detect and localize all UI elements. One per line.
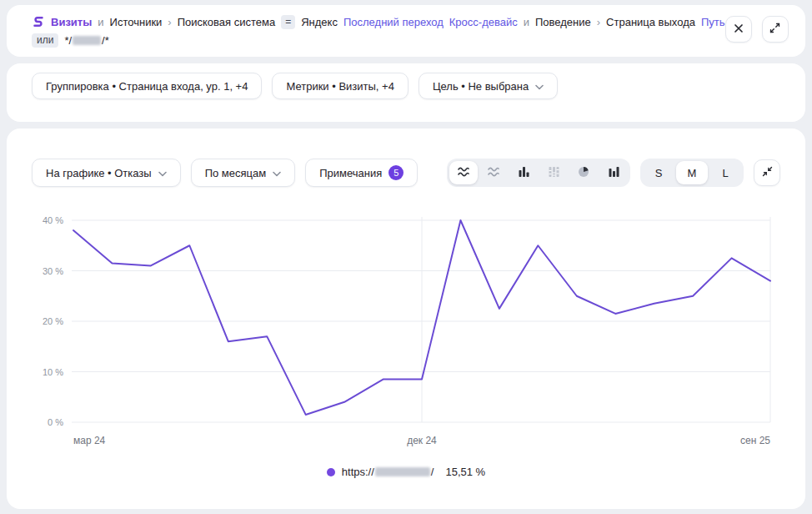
metrica-report-page: Визиты и Источники › Поисковая система =… (0, 0, 812, 514)
svg-text:0 %: 0 % (48, 417, 63, 427)
chart-size-s[interactable]: S (643, 161, 674, 184)
chevron-down-icon (158, 167, 167, 179)
and-conjunction-2: и (524, 16, 529, 28)
chart-type-pie[interactable] (569, 161, 598, 184)
line-chart-icon (457, 165, 470, 181)
legend-url-prefix: https:// (342, 466, 374, 478)
segment-visits-link[interactable]: Визиты (51, 16, 92, 28)
goal-button[interactable]: Цель • Не выбрана (419, 73, 558, 99)
collapse-chart-button[interactable] (754, 159, 780, 186)
expand-icon (769, 22, 781, 37)
chart-controls: На графике • Отказы По месяцам Примечани… (32, 159, 780, 187)
pie-chart-icon (577, 165, 590, 181)
period-label: По месяцам (205, 167, 267, 179)
stacked-bar-chart-icon (547, 165, 560, 181)
grouping-label: Группировка • Страница входа, ур. 1, +4 (46, 80, 248, 93)
and-conjunction-1: и (98, 16, 103, 28)
stacked-lines-chart-icon (487, 165, 500, 181)
filter2-dimension-behavior[interactable]: Поведение (535, 16, 591, 28)
filter-line-2: или *//* (32, 31, 725, 49)
chart-size-l[interactable]: L (709, 161, 741, 184)
report-toolbar: Группировка • Страница входа, ур. 1, +4 … (7, 63, 805, 122)
svg-text:мар 24: мар 24 (73, 435, 106, 446)
svg-text:10 %: 10 % (43, 367, 63, 377)
chart-type-line[interactable] (449, 161, 478, 184)
chevron-down-icon (273, 167, 281, 179)
filter-conditions: Визиты и Источники › Поисковая система =… (32, 13, 725, 57)
chart-type-bars[interactable] (509, 161, 538, 184)
bounce-rate-line-chart[interactable]: 0 %10 %20 %30 %40 %мар 24дек 24сен 25 (7, 209, 805, 459)
filter1-attribution-link[interactable]: Последний переход (343, 16, 444, 28)
notes-label: Примечания (319, 167, 382, 179)
chart-controls-left: На графике • Отказы По месяцам Примечани… (32, 159, 418, 187)
redacted-domain (375, 467, 430, 476)
chevron-down-icon (535, 80, 544, 93)
grouping-button[interactable]: Группировка • Страница входа, ур. 1, +4 (32, 73, 262, 99)
on-chart-metric-label: На графике • Отказы (46, 167, 152, 179)
redacted-path-segment (73, 36, 101, 45)
svg-text:дек 24: дек 24 (407, 435, 437, 446)
breadcrumb-separator-2: › (597, 16, 600, 28)
filter-line-1: Визиты и Источники › Поисковая система =… (32, 13, 725, 31)
filter1-dimension-search-engine[interactable]: Поисковая система (178, 16, 276, 28)
bar-chart-icon (517, 165, 530, 181)
segment-icon (32, 15, 45, 28)
chart-type-switcher (447, 159, 630, 187)
legend-url-suffix: / (431, 466, 434, 478)
chart-size-m[interactable]: M (676, 161, 708, 184)
filter2-dimension-exit-page[interactable]: Страница выхода (606, 16, 695, 28)
path-prefix: */ (64, 34, 72, 47)
period-button[interactable]: По месяцам (191, 159, 296, 187)
chart-type-stacked-lines[interactable] (479, 161, 508, 184)
legend-item[interactable]: https:/// 15,51 % (327, 466, 485, 478)
filter1-dimension-sources[interactable]: Источники (110, 16, 163, 28)
chart-legend: https:/// 15,51 % (7, 466, 805, 478)
chart-controls-right: S M L (447, 159, 780, 187)
svg-text:40 %: 40 % (43, 215, 63, 225)
series-color-dot (327, 468, 335, 476)
segment-filter-bar: Визиты и Источники › Поисковая система =… (7, 5, 805, 57)
chart-card: На графике • Отказы По месяцам Примечани… (7, 128, 805, 509)
breadcrumb-separator: › (168, 16, 171, 28)
close-icon (733, 23, 744, 37)
or-operator-badge[interactable]: или (32, 33, 58, 48)
filter-actions (725, 13, 799, 57)
path-filter-value: *//* (64, 34, 108, 47)
metrics-button[interactable]: Метрики • Визиты, +4 (272, 73, 408, 99)
on-chart-metric-button[interactable]: На графике • Отказы (32, 159, 181, 187)
path-suffix: /* (102, 34, 109, 47)
goal-label: Цель • Не выбрана (433, 80, 529, 93)
filter1-crossdevice-link[interactable]: Кросс-девайс (449, 16, 518, 28)
legend-value: 15,51 % (445, 466, 485, 478)
legend-url: https:/// (342, 466, 434, 478)
expand-report-button[interactable] (762, 16, 789, 43)
filter2-path-link[interactable]: Путь (701, 16, 725, 28)
collapse-icon (761, 165, 774, 180)
svg-text:30 %: 30 % (43, 266, 63, 276)
chart-type-stacked-bars[interactable] (539, 161, 568, 184)
svg-text:сен 25: сен 25 (740, 435, 770, 446)
svg-text:20 %: 20 % (43, 316, 63, 326)
column-chart-icon (607, 165, 620, 181)
close-filter-button[interactable] (725, 16, 752, 43)
notes-count-badge: 5 (388, 165, 403, 180)
notes-button[interactable]: Примечания 5 (305, 159, 418, 187)
metrics-label: Метрики • Визиты, +4 (286, 80, 393, 93)
chart-type-columns[interactable] (599, 161, 628, 184)
filter1-value-yandex[interactable]: Яндекс (301, 16, 338, 28)
equals-operator-badge[interactable]: = (281, 15, 295, 29)
chart-size-switcher: S M L (640, 159, 744, 187)
